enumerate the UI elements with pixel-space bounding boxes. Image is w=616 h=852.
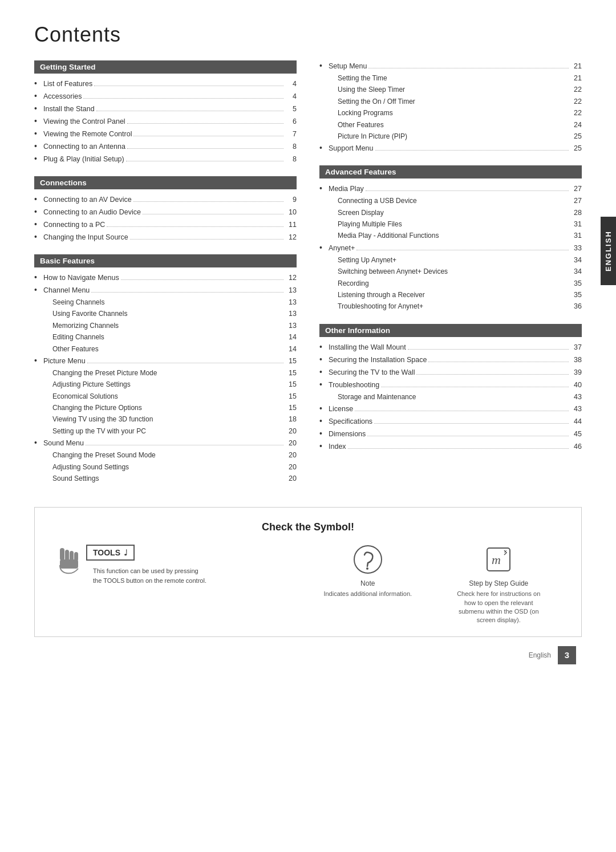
bullet-icon: • — [319, 379, 329, 391]
toc-page: 12 — [285, 232, 297, 243]
toc-dots — [133, 201, 283, 202]
list-item: Storage and Maintenance 43 — [319, 392, 582, 403]
toc-text: Setting up the TV with your PC — [52, 426, 279, 437]
bullet-icon: • — [319, 183, 329, 194]
list-item: • Accessories 4 — [34, 91, 297, 102]
bullet-icon: • — [34, 78, 43, 90]
toc-page: 4 — [285, 78, 297, 90]
toc-page: 20 — [279, 450, 297, 461]
toc-page: 13 — [285, 285, 297, 296]
toc-text: Connecting a USB Device — [338, 196, 565, 206]
list-item: Troubleshooting for Anynet+ 36 — [319, 301, 582, 312]
toc-text: Changing the Preset Picture Mode — [52, 368, 279, 379]
toc-page: 46 — [570, 441, 582, 452]
toc-page: 21 — [565, 73, 582, 84]
bullet-icon: • — [34, 153, 43, 165]
toc-page: 9 — [285, 194, 297, 205]
toc-dots — [368, 68, 569, 68]
list-item: Changing the Preset Picture Mode 15 — [34, 368, 297, 379]
list-item: Connecting a USB Device 27 — [319, 196, 582, 206]
toc-dots — [143, 214, 283, 214]
toc-text: Plug & Play (Initial Setup) — [43, 153, 124, 165]
list-item: • How to Navigate Menus 12 — [34, 272, 297, 283]
toc-label: Sound Menu 20 — [43, 437, 297, 449]
toc-page: 38 — [570, 354, 582, 366]
list-item: Setting the Time 21 — [319, 73, 582, 84]
list-item: • List of Features 4 — [34, 78, 297, 90]
list-item: • Channel Menu 13 — [34, 285, 297, 296]
section-header-advanced-features: Advanced Features — [319, 165, 582, 178]
toc-text: Support Menu — [329, 143, 374, 154]
toc-page: 10 — [285, 206, 297, 218]
list-item: Switching between Anynet+ Devices 34 — [319, 266, 582, 277]
toc-page: 7 — [285, 128, 297, 140]
list-item: • Index 46 — [319, 441, 582, 452]
toc-label: Accessories 4 — [43, 91, 297, 102]
toc-label: Changing the Input Source 12 — [43, 232, 297, 243]
toc-page: 5 — [285, 103, 297, 115]
toc-layout: Getting Started • List of Features 4 • A… — [34, 60, 582, 496]
toc-text: Setup Menu — [329, 60, 367, 72]
toc-page: 18 — [279, 414, 297, 425]
section-header-other-information: Other Information — [319, 324, 582, 337]
bullet-icon: • — [319, 242, 329, 254]
list-item: Sound Settings 20 — [34, 473, 297, 484]
toc-text: Switching between Anynet+ Devices — [338, 266, 565, 277]
toc-text: Install the Stand — [43, 103, 95, 115]
bullet-icon: • — [319, 403, 329, 415]
list-item: Setting up the TV with your PC 20 — [34, 426, 297, 437]
toc-page: 20 — [279, 473, 297, 484]
toc-dots — [126, 161, 283, 161]
list-item: • Connecting to an Audio Device 10 — [34, 206, 297, 218]
toc-label: Connecting to an Antenna 8 — [43, 141, 297, 152]
toc-text: Changing the Preset Sound Mode — [52, 450, 279, 461]
toc-page: 40 — [570, 379, 582, 391]
toc-page: 31 — [565, 230, 582, 241]
toc-label: How to Navigate Menus 12 — [43, 272, 297, 283]
step-guide-description: Check here for instructions on how to op… — [453, 590, 544, 625]
list-item: • License 43 — [319, 403, 582, 415]
bullet-icon: • — [34, 232, 43, 243]
bullet-icon: • — [34, 91, 43, 102]
toc-page: 35 — [565, 290, 582, 301]
note-item: Note Indicates additional information. — [308, 545, 428, 598]
toc-page: 12 — [285, 272, 297, 283]
toc-dots — [130, 239, 283, 240]
toc-dots — [121, 279, 283, 280]
list-item: • Connecting to an Antenna 8 — [34, 141, 297, 152]
toc-label: Viewing the Control Panel 6 — [43, 116, 297, 127]
toc-page: 43 — [570, 403, 582, 415]
list-item: Changing the Picture Options 15 — [34, 403, 297, 413]
toc-text: Securing the TV to the Wall — [329, 367, 415, 378]
step-guide-icon: m — [484, 545, 513, 576]
toc-dots — [374, 423, 569, 424]
toc-text: Connecting to an Antenna — [43, 141, 125, 152]
list-item: • Connecting to a PC 11 — [34, 219, 297, 230]
section-advanced-features: Advanced Features • Media Play 27 Connec… — [319, 165, 582, 312]
toc-text: Picture Menu — [43, 355, 86, 367]
toc-page: 34 — [565, 266, 582, 277]
bullet-icon: • — [34, 355, 43, 367]
toc-page: 14 — [279, 332, 297, 343]
bullet-icon: • — [34, 128, 43, 140]
toc-dots — [127, 123, 283, 124]
toc-page: 25 — [570, 143, 582, 154]
bullet-icon: • — [34, 219, 43, 230]
list-item: • Specifications 44 — [319, 416, 582, 427]
toc-text: Index — [329, 441, 346, 452]
list-item: Recording 35 — [319, 278, 582, 289]
toc-text: Using Favorite Channels — [52, 309, 279, 319]
toc-page: 20 — [279, 462, 297, 473]
toc-text: Viewing the Remote Control — [43, 128, 132, 140]
page-container: Contents Getting Started • List of Featu… — [0, 0, 616, 687]
left-column: Getting Started • List of Features 4 • A… — [34, 60, 297, 496]
toc-page: 34 — [565, 255, 582, 266]
list-item: Listening through a Receiver 35 — [319, 290, 582, 301]
toc-text: Sound Menu — [43, 437, 84, 449]
toc-label: Securing the Installation Space 38 — [329, 354, 582, 366]
right-column: • Setup Menu 21 Setting the Time 21 Usin… — [319, 60, 582, 496]
list-item: Viewing TV using the 3D function 18 — [34, 414, 297, 425]
svg-rect-4 — [60, 559, 78, 569]
toc-text: Using the Sleep Timer — [338, 84, 565, 95]
tools-label-box: TOOLS ♩ — [86, 545, 135, 561]
